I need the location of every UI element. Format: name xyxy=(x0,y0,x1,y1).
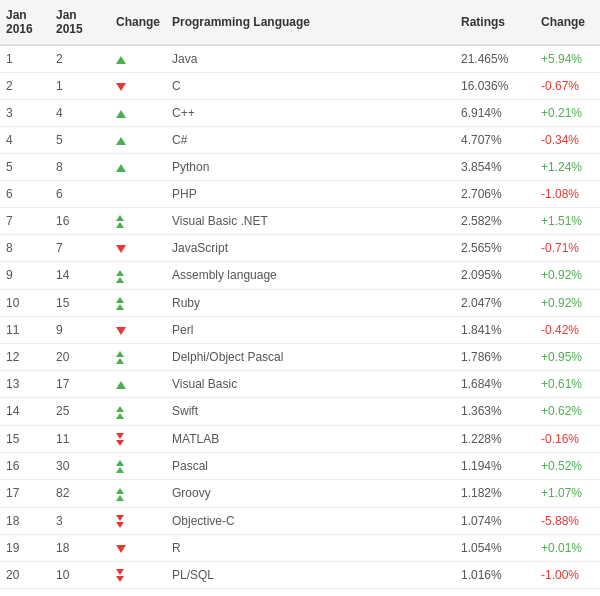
rank-2015: 17 xyxy=(50,371,110,398)
change-value: +0.21% xyxy=(535,100,600,127)
rank-2015: 14 xyxy=(50,262,110,289)
language-name: Swift xyxy=(166,398,455,425)
rank-2015: 5 xyxy=(50,127,110,154)
rank-2015: 16 xyxy=(50,208,110,235)
rankings-table: Jan 2016 Jan 2015 Change Programming Lan… xyxy=(0,0,600,589)
table-row: 4 5 C# 4.707% -0.34% xyxy=(0,127,600,154)
header-change-col: Change xyxy=(535,0,600,45)
arrow-down2-icon xyxy=(116,433,124,446)
arrow-down-icon xyxy=(116,327,126,335)
rank-2015: 3 xyxy=(50,507,110,534)
table-row: 18 3 Objective-C 1.074% -5.88% xyxy=(0,507,600,534)
arrow-up-icon xyxy=(116,381,126,389)
arrow-down-icon xyxy=(116,83,126,91)
arrow-down-icon xyxy=(116,545,126,553)
table-row: 10 15 Ruby 2.047% +0.92% xyxy=(0,289,600,316)
change-value: -0.34% xyxy=(535,127,600,154)
change-arrow xyxy=(110,73,166,100)
rating-value: 1.228% xyxy=(455,425,535,452)
rating-value: 3.854% xyxy=(455,154,535,181)
change-value: -0.42% xyxy=(535,316,600,343)
change-value: -0.67% xyxy=(535,73,600,100)
table-row: 16 30 Pascal 1.194% +0.52% xyxy=(0,452,600,479)
rank-2015: 1 xyxy=(50,73,110,100)
rating-value: 1.363% xyxy=(455,398,535,425)
change-arrow xyxy=(110,534,166,561)
language-name: PL/SQL xyxy=(166,561,455,588)
language-name: Perl xyxy=(166,316,455,343)
rating-value: 6.914% xyxy=(455,100,535,127)
rank-2015: 6 xyxy=(50,181,110,208)
language-name: Java xyxy=(166,45,455,73)
table-row: 9 14 Assembly language 2.095% +0.92% xyxy=(0,262,600,289)
change-arrow xyxy=(110,100,166,127)
rating-value: 2.095% xyxy=(455,262,535,289)
rank-2015: 30 xyxy=(50,452,110,479)
rank-2016: 1 xyxy=(0,45,50,73)
arrow-up2-icon xyxy=(116,270,124,283)
rating-value: 2.565% xyxy=(455,235,535,262)
table-row: 15 11 MATLAB 1.228% -0.16% xyxy=(0,425,600,452)
header-lang: Programming Language xyxy=(166,0,455,45)
rank-2016: 12 xyxy=(0,343,50,370)
arrow-up-icon xyxy=(116,110,126,118)
arrow-up2-icon xyxy=(116,297,124,310)
change-arrow xyxy=(110,208,166,235)
language-name: R xyxy=(166,534,455,561)
language-name: JavaScript xyxy=(166,235,455,262)
language-name: C xyxy=(166,73,455,100)
rating-value: 4.707% xyxy=(455,127,535,154)
change-value: -1.08% xyxy=(535,181,600,208)
rank-2015: 11 xyxy=(50,425,110,452)
table-row: 3 4 C++ 6.914% +0.21% xyxy=(0,100,600,127)
change-arrow xyxy=(110,45,166,73)
header-jan2016: Jan 2016 xyxy=(0,0,50,45)
rating-value: 21.465% xyxy=(455,45,535,73)
rating-value: 1.054% xyxy=(455,534,535,561)
arrow-up2-icon xyxy=(116,351,124,364)
rating-value: 16.036% xyxy=(455,73,535,100)
change-arrow xyxy=(110,398,166,425)
language-name: PHP xyxy=(166,181,455,208)
change-arrow xyxy=(110,480,166,507)
arrow-up2-icon xyxy=(116,215,124,228)
change-arrow xyxy=(110,127,166,154)
change-value: -0.16% xyxy=(535,425,600,452)
table-row: 12 20 Delphi/Object Pascal 1.786% +0.95% xyxy=(0,343,600,370)
language-name: C++ xyxy=(166,100,455,127)
rating-value: 2.047% xyxy=(455,289,535,316)
change-value: +0.62% xyxy=(535,398,600,425)
arrow-up2-icon xyxy=(116,406,124,419)
rank-2015: 9 xyxy=(50,316,110,343)
change-value: +1.24% xyxy=(535,154,600,181)
rank-2016: 20 xyxy=(0,561,50,588)
language-name: Visual Basic .NET xyxy=(166,208,455,235)
rank-2016: 5 xyxy=(0,154,50,181)
rank-2016: 4 xyxy=(0,127,50,154)
change-value: +0.01% xyxy=(535,534,600,561)
rank-2016: 2 xyxy=(0,73,50,100)
change-arrow xyxy=(110,507,166,534)
rank-2015: 4 xyxy=(50,100,110,127)
header-change: Change xyxy=(110,0,166,45)
rank-2015: 20 xyxy=(50,343,110,370)
table-row: 2 1 C 16.036% -0.67% xyxy=(0,73,600,100)
change-arrow xyxy=(110,154,166,181)
table-row: 5 8 Python 3.854% +1.24% xyxy=(0,154,600,181)
language-name: Visual Basic xyxy=(166,371,455,398)
change-value: +1.51% xyxy=(535,208,600,235)
rank-2016: 7 xyxy=(0,208,50,235)
change-value: -1.00% xyxy=(535,561,600,588)
table-row: 20 10 PL/SQL 1.016% -1.00% xyxy=(0,561,600,588)
arrow-up-icon xyxy=(116,56,126,64)
language-name: Assembly language xyxy=(166,262,455,289)
rank-2015: 82 xyxy=(50,480,110,507)
rank-2015: 15 xyxy=(50,289,110,316)
change-arrow xyxy=(110,425,166,452)
table-row: 6 6 PHP 2.706% -1.08% xyxy=(0,181,600,208)
table-row: 1 2 Java 21.465% +5.94% xyxy=(0,45,600,73)
rank-2015: 8 xyxy=(50,154,110,181)
language-name: Delphi/Object Pascal xyxy=(166,343,455,370)
change-value: +0.92% xyxy=(535,262,600,289)
change-arrow xyxy=(110,452,166,479)
